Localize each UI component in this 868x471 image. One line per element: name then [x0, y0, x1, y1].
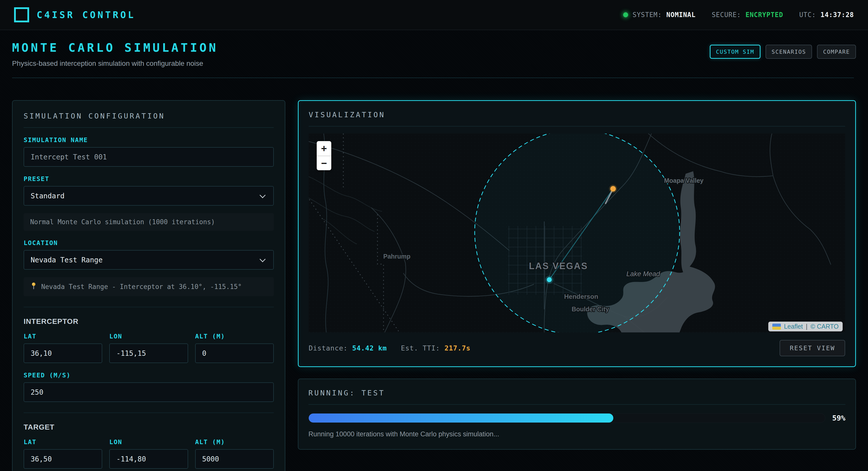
distance-value: 54.42 km: [352, 344, 387, 352]
ukraine-flag-icon: [772, 324, 781, 329]
running-divider: [308, 404, 845, 405]
reset-view-button[interactable]: RESET VIEW: [780, 340, 845, 356]
page-tabs: CUSTOM SIM SCENARIOS COMPARE: [710, 45, 856, 59]
attribution-separator: |: [806, 323, 808, 330]
secure-status: SECURE: ENCRYPTED: [712, 11, 783, 19]
utc-label: UTC:: [799, 11, 816, 19]
zoom-in-button[interactable]: +: [317, 141, 331, 156]
chevron-down-icon: [259, 192, 266, 198]
tti-label: Est. TTI:: [401, 344, 440, 352]
interceptor-marker[interactable]: [547, 277, 552, 282]
interceptor-speed-input[interactable]: [24, 382, 274, 402]
target-section-title: TARGET: [24, 423, 274, 431]
page-header: MONTE CARLO SIMULATION Physics-based int…: [0, 30, 868, 78]
visualization-title: VISUALIZATION: [309, 111, 845, 119]
running-status-text: Running 10000 iterations with Monte Carl…: [308, 430, 845, 438]
content: SIMULATION CONFIGURATION SIMULATION NAME…: [0, 78, 868, 471]
utc-clock: UTC: 14:37:28: [799, 11, 854, 19]
boulder-city-label: Boulder City: [571, 306, 609, 313]
status-bar: SYSTEM: NOMINAL SECURE: ENCRYPTED UTC: 1…: [623, 11, 854, 19]
simulation-name-label: SIMULATION NAME: [24, 136, 274, 144]
running-title: RUNNING: TEST: [308, 389, 845, 397]
location-select-value: Nevada Test Range: [31, 256, 103, 264]
map-zoom-control: + −: [317, 141, 331, 170]
target-lat-input[interactable]: [24, 449, 102, 469]
top-bar: C4ISR CONTROL SYSTEM: NOMINAL SECURE: EN…: [0, 0, 868, 30]
interceptor-lat-label: LAT: [24, 333, 102, 340]
moapa-valley-label: Moapa Valley: [664, 177, 704, 184]
carto-link[interactable]: © CARTO: [810, 323, 839, 330]
target-divider: [24, 412, 274, 413]
preset-label: PRESET: [24, 175, 274, 183]
tab-scenarios[interactable]: SCENARIOS: [766, 45, 812, 59]
progress-row: 59%: [308, 413, 845, 423]
interceptor-lon-input[interactable]: [109, 343, 188, 363]
simulation-configuration-panel: SIMULATION CONFIGURATION SIMULATION NAME…: [12, 100, 285, 471]
progress-fill: [309, 413, 613, 422]
location-select[interactable]: Nevada Test Range: [24, 250, 274, 270]
map-canvas: LAS VEGAS Pahrump Henderson Boulder City…: [309, 133, 845, 333]
map[interactable]: LAS VEGAS Pahrump Henderson Boulder City…: [309, 133, 845, 333]
progress-bar: [308, 413, 825, 423]
tab-compare[interactable]: COMPARE: [817, 45, 856, 59]
lake-mead-label: Lake Mead: [626, 270, 660, 278]
secure-status-label: SECURE:: [712, 11, 741, 19]
location-label: LOCATION: [24, 239, 274, 247]
pahrump-label: Pahrump: [383, 253, 410, 260]
config-panel-title: SIMULATION CONFIGURATION: [24, 112, 274, 120]
interceptor-speed-label: SPEED (M/S): [24, 372, 274, 379]
page-divider: [12, 77, 854, 78]
simulation-name-input[interactable]: [24, 147, 274, 167]
brand-logo-icon: [14, 7, 29, 22]
interceptor-alt-label: ALT (M): [195, 333, 274, 340]
map-attribution: Leaflet | © CARTO: [768, 322, 843, 332]
tti-value: 217.7s: [444, 344, 471, 352]
interceptor-section-title: INTERCEPTOR: [24, 317, 274, 326]
utc-value: 14:37:28: [820, 11, 854, 19]
config-panel-divider: [24, 127, 274, 128]
visualization-divider: [309, 126, 845, 127]
engagement-stats: Distance: 54.42 km Est. TTI: 217.7s: [309, 344, 470, 352]
leaflet-link[interactable]: Leaflet: [784, 323, 803, 330]
chevron-down-icon: [259, 256, 266, 262]
interceptor-divider: [24, 307, 274, 307]
preset-select[interactable]: Standard: [24, 186, 274, 206]
running-panel: RUNNING: TEST 59% Running 10000 iteratio…: [298, 379, 856, 450]
tti-stat: Est. TTI: 217.7s: [401, 344, 470, 352]
target-alt-input[interactable]: [195, 449, 274, 469]
visualization-panel: VISUALIZATION: [298, 100, 856, 367]
target-lon-label: LON: [109, 438, 188, 446]
zoom-out-button[interactable]: −: [317, 156, 331, 170]
preset-description: Normal Monte Carlo simulation (1000 iter…: [24, 213, 274, 231]
progress-percent: 59%: [832, 414, 845, 422]
distance-label: Distance:: [309, 344, 348, 352]
target-lat-label: LAT: [24, 438, 102, 446]
preset-select-value: Standard: [31, 192, 65, 200]
system-status-label: SYSTEM:: [633, 11, 662, 19]
tab-custom-sim[interactable]: CUSTOM SIM: [710, 45, 761, 59]
brand-title: C4ISR CONTROL: [37, 9, 135, 20]
target-alt-label: ALT (M): [195, 438, 274, 446]
interceptor-coord-grid: LAT LON ALT (M): [24, 326, 274, 363]
range-ring: [475, 133, 680, 333]
visualization-footer: Distance: 54.42 km Est. TTI: 217.7s RESE…: [309, 340, 845, 356]
system-status: SYSTEM: NOMINAL: [623, 11, 696, 19]
brand: C4ISR CONTROL: [14, 7, 135, 22]
location-description: Nevada Test Range - Interceptor at 36.10…: [24, 277, 274, 296]
secure-status-value: ENCRYPTED: [745, 11, 783, 19]
interceptor-alt-input[interactable]: [195, 343, 274, 363]
distance-stat: Distance: 54.42 km: [309, 344, 387, 352]
target-marker[interactable]: [610, 186, 616, 192]
system-status-dot-icon: [623, 12, 628, 17]
henderson-label: Henderson: [564, 293, 598, 300]
target-lon-input[interactable]: [109, 449, 188, 469]
target-velocity-grid: VX (M/S) VY (M/S) VZ (M/S): [24, 469, 274, 471]
location-pin-icon: [30, 282, 37, 291]
interceptor-lon-label: LON: [109, 333, 188, 340]
page-subtitle: Physics-based interception simulation wi…: [12, 60, 854, 67]
system-status-value: NOMINAL: [666, 11, 696, 19]
target-coord-grid: LAT LON ALT (M): [24, 431, 274, 469]
las-vegas-label: LAS VEGAS: [529, 261, 588, 271]
right-column: VISUALIZATION: [298, 100, 856, 450]
interceptor-lat-input[interactable]: [24, 343, 102, 363]
